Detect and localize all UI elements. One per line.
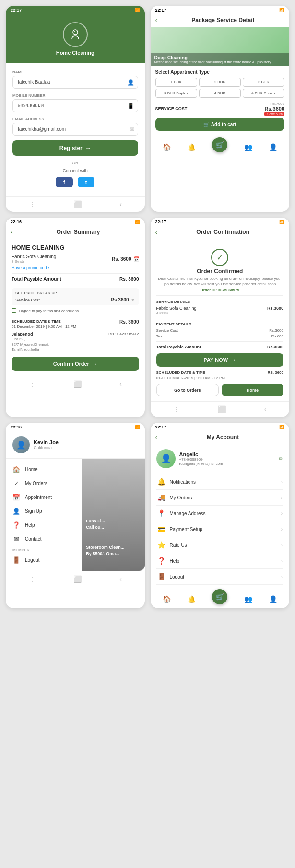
provider-name: Jelapenod bbox=[12, 332, 33, 336]
back-nav-3[interactable]: ‹ bbox=[119, 380, 122, 388]
service-desc: Mechanised scrubbing of the floor, vacuu… bbox=[154, 60, 286, 64]
account-menu-rate[interactable]: ⭐ Rate Us › bbox=[156, 537, 284, 553]
bottom-nav-3: ⋮ ⬜ ‹ bbox=[6, 376, 145, 392]
apt-1bhk[interactable]: 1 BHK bbox=[155, 78, 197, 87]
group-nav-6[interactable]: 👥 bbox=[244, 595, 252, 603]
bell-nav-2[interactable]: 🔔 bbox=[188, 143, 196, 151]
schedule-date-4: 01-December-2019 | 9:00 AM - 12 PM bbox=[156, 376, 284, 380]
bell-nav-6[interactable]: 🔔 bbox=[188, 595, 196, 603]
menu-nav-3[interactable]: ⋮ bbox=[29, 380, 35, 388]
logout-label-6: Logout bbox=[170, 574, 277, 579]
apt-4bhk[interactable]: 4 BHK bbox=[199, 89, 241, 98]
apt-2bhk[interactable]: 2 BHK bbox=[199, 78, 241, 87]
apt-3bhk-duplex[interactable]: 3 BHK Duplex bbox=[155, 89, 197, 98]
my-account-screen: 22:17 📶 ‹ My Account 👤 Angelic +78463989… bbox=[151, 423, 290, 608]
payment-arrow: › bbox=[281, 527, 283, 532]
divider-4a bbox=[156, 295, 284, 296]
cart-fab-2[interactable]: 🛒 bbox=[212, 137, 227, 152]
twitter-button[interactable]: t bbox=[78, 177, 95, 187]
bottom-nav-1: ⋮ ⬜ ‹ bbox=[6, 196, 145, 212]
confirm-order-button[interactable]: Confirm Order → bbox=[12, 357, 139, 371]
header-title: Home Cleaning bbox=[56, 50, 94, 56]
menu-nav-5[interactable]: ⋮ bbox=[29, 575, 35, 583]
cart-fab-6[interactable]: 🛒 bbox=[212, 589, 227, 604]
cost-label: SERVICE COST bbox=[155, 106, 188, 111]
back-button-6[interactable]: ‹ bbox=[155, 433, 158, 441]
back-nav-4[interactable]: ‹ bbox=[264, 405, 267, 413]
account-menu-notifications[interactable]: 🔔 Notifications › bbox=[156, 474, 284, 490]
pay-tax-row: Tax Rs.600 bbox=[156, 334, 284, 338]
home-nav-icon[interactable]: ⬜ bbox=[73, 200, 82, 208]
add-to-cart-button[interactable]: 🛒 Add to cart bbox=[155, 118, 285, 131]
or-divider: OR bbox=[12, 161, 138, 165]
account-menu-help[interactable]: ❓ Help › bbox=[156, 553, 284, 569]
sd-service-name: Fabric Sofa Cleaning bbox=[156, 306, 197, 311]
user-nav-2[interactable]: 👤 bbox=[269, 143, 277, 151]
register-button[interactable]: Register → bbox=[12, 140, 138, 156]
mobile-input[interactable]: 98943683341 bbox=[12, 99, 138, 112]
go-to-orders-button[interactable]: Go to Orders bbox=[156, 384, 219, 396]
pay-now-button[interactable]: PAY NOW → bbox=[156, 353, 284, 367]
notifications-icon: 🔔 bbox=[157, 478, 166, 486]
user-nav-6[interactable]: 👤 bbox=[269, 595, 277, 603]
home-nav-4[interactable]: ⬜ bbox=[218, 405, 226, 413]
home-nav-3[interactable]: ⬜ bbox=[73, 380, 82, 388]
account-body: 👤 Angelic +7846398909 rddhge89.jknte@jhd… bbox=[151, 444, 290, 590]
name-input[interactable]: Iaicchik Baalaa bbox=[12, 76, 138, 89]
promo-link[interactable]: Have a promo code bbox=[12, 266, 139, 270]
save-badge: Save 50% bbox=[264, 112, 284, 116]
back-button-4[interactable]: ‹ bbox=[155, 228, 158, 236]
menu-nav-4[interactable]: ⋮ bbox=[173, 405, 180, 413]
back-nav-5[interactable]: ‹ bbox=[119, 575, 122, 583]
order-id: Order ID: 3675868979 bbox=[201, 288, 239, 292]
account-menu-orders[interactable]: 🚚 My Orders › bbox=[156, 490, 284, 506]
pay-service-val: Rs.3600 bbox=[269, 328, 283, 333]
pay-tax-label: Tax bbox=[156, 334, 162, 338]
divider-2 bbox=[12, 285, 139, 285]
status-bar-5: 22:16 📶 bbox=[6, 423, 145, 430]
breakdown-row: Service Cost Rs 3600 ▼ bbox=[15, 297, 135, 302]
back-button-2[interactable]: ‹ bbox=[155, 16, 158, 24]
bottom-nav-4: ⋮ ⬜ ‹ bbox=[151, 401, 290, 417]
wifi-icon-3: 📶 bbox=[135, 220, 140, 224]
menu-nav-icon[interactable]: ⋮ bbox=[29, 200, 35, 208]
home-nav-6[interactable]: 🏠 bbox=[163, 595, 171, 603]
service-details: SERVICE DETAILS Fabric Sofa Cleaning 3 s… bbox=[156, 300, 284, 315]
sidebar-menu: 🏠 Home ✓ My Orders 📅 Appointment 👤 Sign … bbox=[6, 459, 145, 571]
back-button-3[interactable]: ‹ bbox=[11, 228, 13, 236]
edit-profile-icon[interactable]: ✏ bbox=[279, 455, 283, 462]
email-input[interactable]: Iaicchikba@gmail.com bbox=[12, 123, 138, 136]
account-user-info: Angelic +7846398909 rddhge89.jknte@jhdf.… bbox=[179, 451, 223, 466]
divider-4b bbox=[156, 319, 284, 319]
confirm-title: Order Confirmed bbox=[197, 268, 243, 275]
arrow-right-icon-4: → bbox=[231, 357, 236, 363]
apt-3bhk[interactable]: 3 BHK bbox=[243, 78, 284, 87]
user-info-5: Kevin Joe California bbox=[34, 440, 59, 450]
help-label-6: Help bbox=[170, 558, 277, 564]
time-2: 22:17 bbox=[155, 8, 166, 12]
service-detail-3: 3 Seats bbox=[12, 259, 56, 264]
schedule-price: Rs. 3600 bbox=[119, 319, 139, 324]
apt-4bhk-duplex[interactable]: 4 BHK Duplex bbox=[243, 89, 284, 98]
group-nav-2[interactable]: 👥 bbox=[244, 143, 252, 151]
home-nav-2[interactable]: 🏠 bbox=[163, 143, 171, 151]
help-arrow: › bbox=[281, 558, 283, 564]
home-nav-5[interactable]: ⬜ bbox=[73, 575, 82, 583]
rate-arrow: › bbox=[281, 543, 283, 548]
facebook-button[interactable]: f bbox=[56, 177, 73, 187]
notifications-arrow: › bbox=[281, 479, 283, 485]
wifi-icon: 📶 bbox=[279, 8, 284, 12]
home-button-4[interactable]: Home bbox=[222, 384, 283, 396]
page-title-2: Package Service Detail bbox=[161, 17, 284, 23]
service-content: Select Appartment Type 1 BHK 2 BHK 3 BHK… bbox=[151, 66, 290, 138]
terms-row: I agree to pay terms and conditions bbox=[12, 308, 139, 313]
account-menu-logout[interactable]: 🚪 Logout › bbox=[156, 569, 284, 585]
terms-checkbox[interactable] bbox=[12, 308, 16, 313]
account-menu-address[interactable]: 📍 Manage Address › bbox=[156, 506, 284, 521]
breakdown-section: SEE PRICE BREAK UP Service Cost Rs 3600 … bbox=[12, 288, 139, 305]
logout-icon-6: 🚪 bbox=[157, 573, 166, 580]
account-menu-payment[interactable]: 💳 Payment Setup › bbox=[156, 521, 284, 537]
back-nav-icon[interactable]: ‹ bbox=[119, 200, 122, 208]
appointment-menu-icon: 📅 bbox=[12, 494, 20, 501]
status-bar-1: 22:17 📶 bbox=[6, 6, 145, 13]
